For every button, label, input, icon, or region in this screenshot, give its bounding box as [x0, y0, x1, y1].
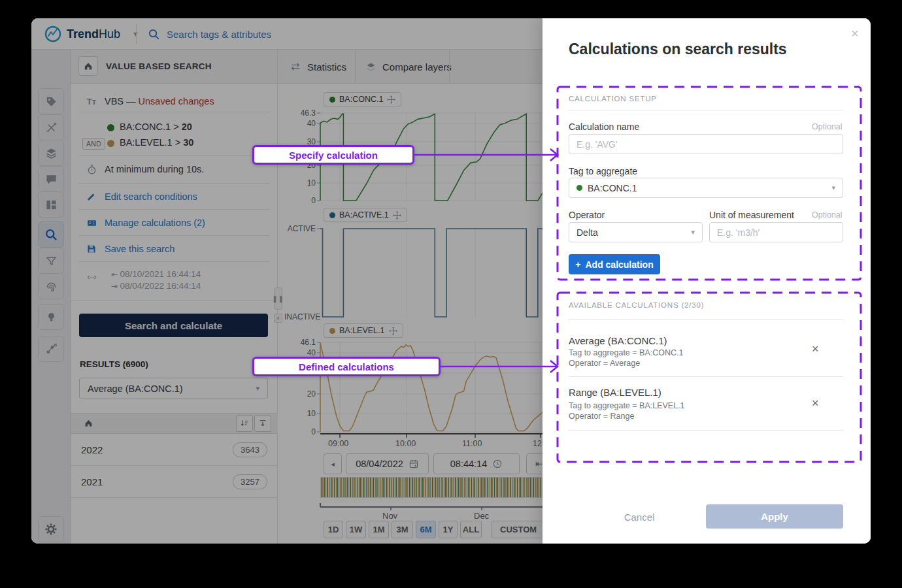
modal-dim-overlay: [31, 18, 543, 544]
divider: [569, 319, 843, 320]
tag-aggregate-value: BA:CONC.1: [588, 183, 637, 193]
remove-calculation-icon[interactable]: ×: [812, 397, 819, 410]
add-calculation-button[interactable]: + Add calculation: [569, 254, 660, 274]
add-calculation-label: Add calculation: [585, 259, 653, 270]
tag-color-dot: [576, 185, 582, 191]
modal-title: Calculations on search results: [569, 41, 787, 58]
calc-item-title: Average (BA:CONC.1): [569, 335, 667, 346]
operator-value: Delta: [576, 227, 598, 238]
calc-item-line: Tag to aggregate = BA:LEVEL.1: [569, 401, 685, 410]
close-icon[interactable]: ×: [851, 26, 859, 41]
tag-aggregate-label: Tag to aggregate: [569, 166, 637, 176]
optional-label: Optional: [812, 210, 843, 220]
unit-label: Unit of measurement: [709, 210, 794, 220]
available-annotation-box: [556, 291, 863, 464]
divider: [569, 376, 843, 377]
operator-label: Operator: [569, 210, 605, 220]
calculations-modal: × Calculations on search results CALCULA…: [543, 18, 871, 544]
chevron-down-icon: ▾: [831, 184, 835, 192]
calc-item-line: Tag to aggregate = BA:CONC.1: [569, 348, 683, 357]
optional-label: Optional: [812, 122, 843, 131]
operator-select[interactable]: Delta ▾: [569, 222, 703, 242]
setup-section-label: CALCULATION SETUP: [569, 95, 657, 103]
app-window: TrendHub ▼: [31, 18, 871, 544]
calc-item-title: Range (BA:LEVEL.1): [569, 387, 661, 398]
cancel-button[interactable]: Cancel: [613, 506, 665, 528]
plus-icon: +: [575, 259, 580, 270]
calc-name-input[interactable]: [569, 134, 843, 154]
available-section-label: AVAILABLE CALCULATIONS (2/30): [569, 301, 704, 309]
apply-button[interactable]: Apply: [706, 504, 843, 529]
divider: [569, 430, 843, 431]
calc-name-label: Calculation name: [569, 122, 639, 132]
calc-item-line: Operator = Average: [569, 359, 640, 368]
tag-aggregate-select[interactable]: BA:CONC.1 ▾: [569, 178, 843, 198]
unit-input[interactable]: [709, 222, 843, 242]
divider: [569, 110, 843, 110]
remove-calculation-icon[interactable]: ×: [812, 342, 819, 356]
calc-item-line: Operator = Range: [569, 412, 634, 421]
chevron-down-icon: ▾: [691, 228, 695, 237]
